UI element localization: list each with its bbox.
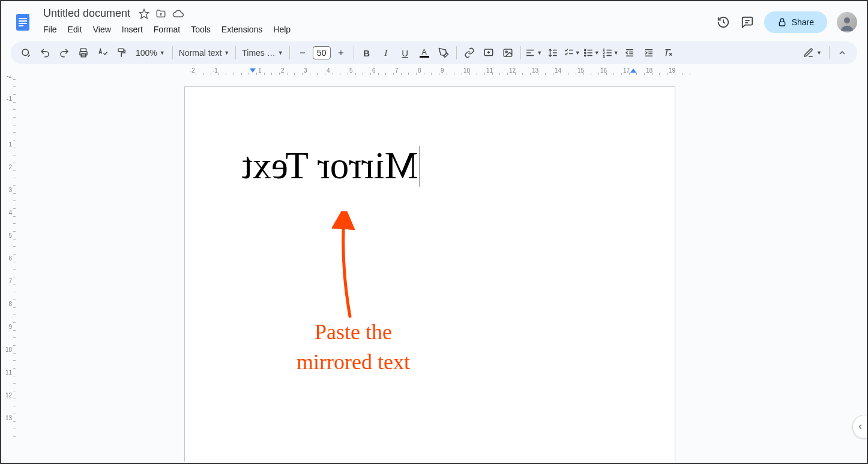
title-area: Untitled document File Edit View Insert … [37,6,716,38]
svg-point-34 [584,55,585,56]
svg-rect-2 [19,20,27,22]
text-cursor [420,146,420,187]
annotation-line2: mirrored text [297,350,410,374]
share-button[interactable]: Share [764,11,827,33]
menu-insert[interactable]: Insert [117,22,148,37]
move-icon[interactable] [155,8,166,19]
link-icon[interactable] [460,44,478,62]
annotation-arrow [332,211,362,319]
svg-rect-15 [118,49,124,52]
font-size-input[interactable] [313,46,331,59]
svg-point-33 [584,52,585,53]
svg-point-9 [844,17,850,23]
image-icon[interactable] [499,44,517,62]
indent-marker-left[interactable] [250,68,256,73]
separator [520,46,521,59]
menu-edit[interactable]: Edit [63,22,87,37]
header-right: Share [716,11,857,33]
editing-mode-dropdown[interactable]: ▼ [800,44,825,62]
svg-point-10 [22,49,29,56]
svg-text:3: 3 [603,55,604,58]
svg-rect-4 [19,25,23,26]
avatar[interactable] [837,12,857,32]
menu-bar: File Edit View Insert Format Tools Exten… [37,21,716,38]
italic-icon[interactable]: I [377,44,395,62]
svg-marker-5 [140,9,149,18]
doc-title[interactable]: Untitled document [40,6,134,21]
zoom-dropdown[interactable]: 100%▼ [132,48,169,58]
line-spacing-icon[interactable] [544,44,562,62]
menu-view[interactable]: View [88,22,116,37]
menu-format[interactable]: Format [149,22,185,37]
workspace: Mirror Text [18,76,866,462]
text-color-icon[interactable]: A [415,44,433,62]
checklist-icon[interactable]: ▼ [563,44,581,62]
separator [235,46,236,59]
increase-indent-icon[interactable] [640,44,658,62]
decrease-font-icon[interactable] [294,44,312,62]
document-text[interactable]: Mirror Text [242,144,420,188]
search-icon[interactable] [17,44,35,62]
comment-icon[interactable] [740,15,755,29]
separator [289,46,290,59]
annotation-text: Paste the mirrored text [297,317,410,378]
toolbar: 100%▼ Normal text▼ Times …▼ B I U A ▼ ▼ … [11,41,857,64]
share-label: Share [792,17,814,27]
align-dropdown[interactable]: ▼ [525,44,543,62]
style-dropdown[interactable]: Normal text▼ [176,48,232,58]
header: Untitled document File Edit View Insert … [1,1,867,38]
star-icon[interactable] [139,8,149,19]
svg-point-23 [505,51,507,53]
spellcheck-icon[interactable] [94,44,112,62]
separator [456,46,457,59]
font-value: Times … [242,48,275,58]
mirrored-text-content: Mirror Text [242,144,418,188]
separator [829,46,830,59]
ruler-vertical[interactable] [1,76,18,464]
svg-point-32 [584,49,585,50]
separator [354,46,354,59]
bulleted-list-icon[interactable]: ▼ [582,44,600,62]
bold-icon[interactable]: B [358,44,376,62]
svg-line-11 [28,55,29,56]
redo-icon[interactable] [55,44,73,62]
numbered-list-icon[interactable]: 123▼ [601,44,619,62]
menu-help[interactable]: Help [268,22,295,37]
svg-rect-8 [779,22,785,26]
ruler-horizontal[interactable] [18,67,867,76]
svg-rect-0 [16,14,29,31]
zoom-value: 100% [136,48,157,58]
svg-rect-1 [19,18,27,19]
increase-font-icon[interactable] [332,44,350,62]
menu-file[interactable]: File [38,22,62,37]
separator [172,46,173,59]
undo-icon[interactable] [36,44,54,62]
docs-logo[interactable] [11,10,35,34]
print-icon[interactable] [74,44,92,62]
clear-formatting-icon[interactable] [659,44,677,62]
style-value: Normal text [179,48,222,58]
annotation-line1: Paste the [315,320,392,344]
lock-icon [777,17,787,27]
decrease-indent-icon[interactable] [621,44,639,62]
document-page[interactable]: Mirror Text [184,86,675,462]
highlight-icon[interactable] [435,44,453,62]
cloud-saved-icon[interactable] [172,8,184,20]
indent-marker-right[interactable] [630,68,636,73]
history-icon[interactable] [716,15,731,29]
paint-format-icon[interactable] [113,44,131,62]
menu-tools[interactable]: Tools [186,22,215,37]
add-comment-icon[interactable] [480,44,498,62]
font-dropdown[interactable]: Times …▼ [240,48,285,58]
collapse-toolbar-icon[interactable] [833,44,851,62]
svg-rect-3 [19,23,27,24]
menu-extensions[interactable]: Extensions [217,22,267,37]
underline-icon[interactable]: U [396,44,414,62]
